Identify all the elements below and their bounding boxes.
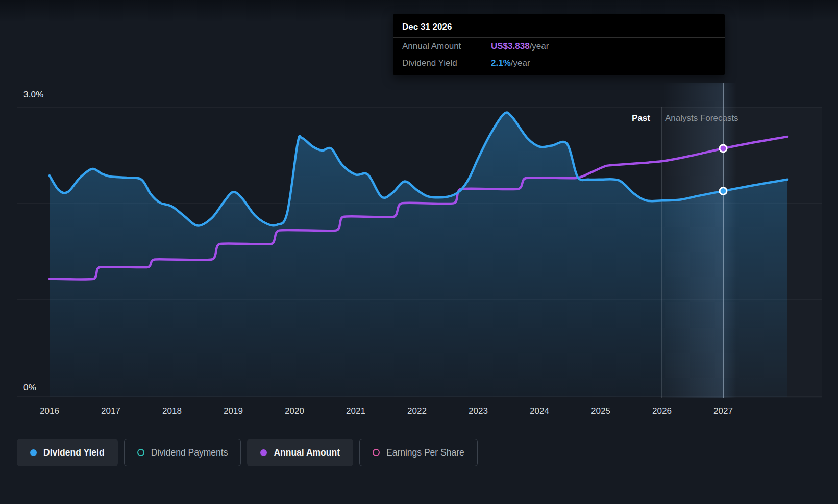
legend-button-annual-amount[interactable]: Annual Amount <box>247 439 353 466</box>
past-label: Past <box>548 113 650 123</box>
tooltip-row-dividend-yield: Dividend Yield 2.1%/year <box>393 55 725 71</box>
dividend-chart-module: 3.0% 0% 20162017201820192020202120222023… <box>0 0 838 504</box>
analysts-forecasts-label: Analysts Forecasts <box>665 113 738 123</box>
legend-button-dividend-payments[interactable]: Dividend Payments <box>124 439 241 466</box>
x-tick-2023: 2023 <box>469 406 488 416</box>
x-tick-2026: 2026 <box>652 406 672 416</box>
y-axis-label-top: 3.0% <box>23 90 44 100</box>
chart-tooltip: Dec 31 2026 Annual Amount US$3.838/year … <box>393 14 725 75</box>
legend-label: Annual Amount <box>274 447 340 458</box>
legend-label: Earnings Per Share <box>386 447 464 458</box>
x-tick-2017: 2017 <box>101 406 120 416</box>
dividend-yield-icon <box>30 449 37 456</box>
x-tick-2025: 2025 <box>591 406 610 416</box>
tooltip-date: Dec 31 2026 <box>393 14 725 38</box>
earnings-per-share-icon <box>373 449 380 456</box>
legend-label: Dividend Payments <box>151 447 228 458</box>
tooltip-row-annual-amount: Annual Amount US$3.838/year <box>393 38 725 55</box>
x-axis: 2016201720182019202020212022202320242025… <box>0 406 838 418</box>
legend-label: Dividend Yield <box>43 447 105 458</box>
legend-button-earnings-per-share[interactable]: Earnings Per Share <box>359 439 478 466</box>
chart-legend: Dividend YieldDividend PaymentsAnnual Am… <box>17 439 478 466</box>
x-tick-2019: 2019 <box>224 406 243 416</box>
tooltip-dividend-yield-unit: /year <box>511 58 530 68</box>
dividend-payments-icon <box>137 449 144 456</box>
annual-amount-icon <box>260 449 267 456</box>
x-tick-2020: 2020 <box>285 406 304 416</box>
tooltip-annual-amount-label: Annual Amount <box>402 41 491 52</box>
tooltip-dividend-yield-value: 2.1% <box>491 58 511 68</box>
tooltip-annual-amount-value: US$3.838 <box>491 41 530 51</box>
tooltip-dividend-yield-label: Dividend Yield <box>402 58 491 68</box>
chart-canvas[interactable] <box>0 0 838 504</box>
x-tick-2018: 2018 <box>162 406 182 416</box>
x-tick-2027: 2027 <box>713 406 733 416</box>
y-axis-label-bottom: 0% <box>23 383 36 393</box>
x-tick-2021: 2021 <box>346 406 365 416</box>
tooltip-annual-amount-unit: /year <box>530 41 549 51</box>
x-tick-2022: 2022 <box>407 406 427 416</box>
x-tick-2016: 2016 <box>40 406 59 416</box>
x-tick-2024: 2024 <box>530 406 549 416</box>
legend-button-dividend-yield[interactable]: Dividend Yield <box>17 439 118 466</box>
